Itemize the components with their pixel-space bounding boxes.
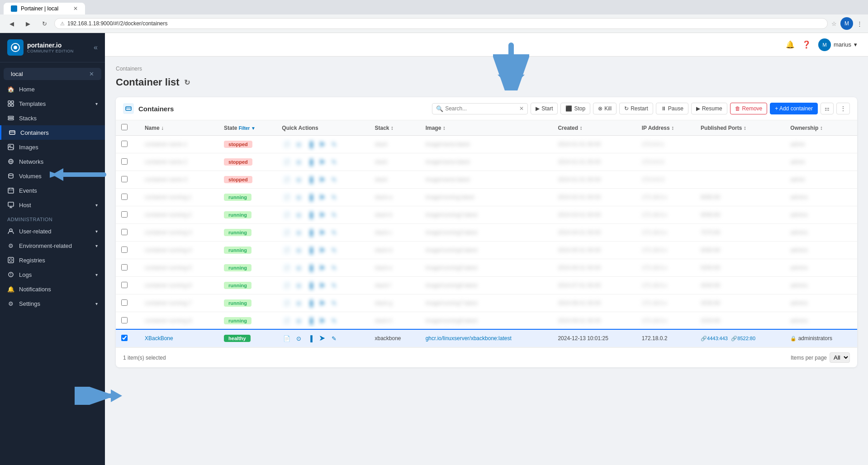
port-link-2[interactable]: 🔗8522:80 (731, 336, 755, 342)
th-ip[interactable]: IP Address ↕ (636, 120, 695, 136)
remove-button[interactable]: 🗑 Remove (730, 103, 768, 114)
sidebar-item-templates-label: Templates (19, 100, 46, 107)
row-ip: 172.0.0.2 (636, 153, 695, 171)
sidebar-item-stacks-label: Stacks (19, 115, 37, 122)
start-button[interactable]: ▶ Start (531, 103, 558, 114)
svg-rect-5 (11, 104, 14, 106)
menu-icon[interactable]: ⋮ (857, 20, 863, 27)
sidebar-item-events[interactable]: Events (0, 183, 105, 198)
sidebar-item-volumes[interactable]: Volumes (0, 169, 105, 183)
help-icon[interactable]: ❓ (802, 40, 811, 49)
address-bar[interactable]: ⚠ 192.168.1.18:9000/#!/2/docker/containe… (54, 18, 828, 29)
qa-stats-icon[interactable]: ▐ (305, 333, 315, 343)
row-created: 2024-06-01 00:00 (552, 259, 636, 277)
selected-row-name[interactable]: XBackBone (139, 330, 218, 347)
pause-button[interactable]: ⏸ Pause (656, 103, 688, 114)
row-ports: 9090:80 (695, 206, 785, 224)
tab-close-button[interactable]: ✕ (73, 5, 78, 12)
sidebar-item-host[interactable]: Host ▾ (0, 198, 105, 212)
sidebar-item-images[interactable]: Images (0, 140, 105, 154)
sidebar-item-registries[interactable]: Registries (0, 253, 105, 267)
back-button[interactable]: ◀ (5, 17, 18, 30)
qa-inspect-icon[interactable]: ⊙ (294, 333, 304, 343)
kill-button[interactable]: ⊗ Kill (593, 103, 617, 114)
restart-button[interactable]: ↻ Restart (619, 103, 653, 114)
row-ip: 172.0.0.1 (636, 136, 695, 153)
sidebar-item-containers[interactable]: Containers (0, 125, 105, 140)
selected-row-checkbox[interactable] (121, 335, 128, 341)
th-image[interactable]: Image ↕ (420, 120, 553, 136)
notification-bell-icon[interactable]: 🔔 (786, 40, 795, 49)
column-settings-button[interactable]: ⚏ (821, 103, 834, 114)
search-box[interactable]: 🔍 ✕ (432, 103, 528, 114)
items-per-page-select[interactable]: All 10 25 50 (830, 352, 850, 363)
browser-tab[interactable]: Portainer | local ✕ (4, 3, 85, 14)
sidebar-item-home[interactable]: 🏠 Home (0, 82, 105, 96)
logo-text: portainer.io COMMUNITY EDITION (27, 42, 74, 53)
profile-icon[interactable]: M (840, 17, 853, 30)
resume-button[interactable]: ▶ Resume (691, 103, 727, 114)
panel-title: Containers (123, 103, 174, 114)
th-ownership[interactable]: Ownership ↕ (785, 120, 857, 136)
sidebar-item-notifications[interactable]: 🔔 Notifications (0, 282, 105, 296)
sidebar-item-user-related[interactable]: User-related ▾ (0, 224, 105, 238)
add-container-button[interactable]: + Add container (770, 103, 818, 114)
th-ports[interactable]: Published Ports ↕ (695, 120, 785, 136)
more-options-button[interactable]: ⋮ (836, 103, 850, 114)
port-link-1[interactable]: 🔗4443:443 (701, 336, 728, 342)
th-name[interactable]: Name ↓ (139, 120, 218, 136)
table-row: container-running-7 running 📄⊙▐⮞✎ stack-… (116, 294, 857, 312)
row-image: image/name:latest (420, 171, 553, 189)
select-all-checkbox[interactable] (121, 124, 128, 130)
th-created[interactable]: Created ↕ (552, 120, 636, 136)
row-created: 2024-03-01 00:00 (552, 206, 636, 224)
row-checkbox-cell[interactable] (116, 242, 139, 259)
user-menu[interactable]: M marius ▾ (818, 38, 857, 51)
row-checkbox-cell[interactable] (116, 171, 139, 189)
search-input[interactable] (445, 105, 517, 112)
sidebar-item-stacks[interactable]: Stacks (0, 111, 105, 125)
svg-rect-3 (11, 101, 14, 103)
container-name-link[interactable]: XBackBone (145, 335, 173, 342)
row-ownership: admin (785, 153, 857, 171)
row-checkbox-cell[interactable] (116, 224, 139, 242)
selected-table-row[interactable]: XBackBone healthy 📄 ⊙ ▐ (116, 330, 857, 347)
table-row: container-name-1 stopped 📄⊙▐⮞✎ stack ima… (116, 136, 857, 153)
row-checkbox-cell[interactable] (116, 277, 139, 294)
restart-icon: ↻ (624, 105, 629, 112)
sidebar-item-networks[interactable]: Networks (0, 154, 105, 169)
env-badge[interactable]: local ✕ (4, 68, 101, 80)
row-checkbox-cell[interactable] (116, 294, 139, 312)
row-checkbox-cell[interactable] (116, 136, 139, 153)
search-clear-icon[interactable]: ✕ (519, 105, 524, 112)
row-ownership: admins (785, 294, 857, 312)
environment-arrow-icon: ▾ (95, 243, 98, 248)
row-checkbox-cell[interactable] (116, 206, 139, 224)
selected-row-checkbox-cell[interactable] (116, 330, 139, 347)
row-checkbox-cell[interactable] (116, 189, 139, 206)
sidebar-item-settings[interactable]: ⚙ Settings ▾ (0, 296, 105, 311)
forward-button[interactable]: ▶ (22, 17, 34, 30)
qa-exec-icon[interactable]: ⮞ (317, 333, 327, 343)
row-ownership: admins (785, 312, 857, 330)
stop-button[interactable]: ⬛ Stop (560, 103, 590, 114)
row-created: 2024-04-01 00:00 (552, 224, 636, 242)
refresh-icon[interactable]: ↻ (184, 78, 190, 87)
row-checkbox-cell[interactable] (116, 259, 139, 277)
env-close-icon[interactable]: ✕ (89, 71, 94, 77)
th-stack[interactable]: Stack ↕ (369, 120, 420, 136)
image-link[interactable]: ghcr.io/linuxserver/xbackbone:latest (426, 335, 512, 342)
sidebar-collapse-button[interactable]: « (94, 43, 98, 52)
qa-logs-icon[interactable]: 📄 (282, 333, 292, 343)
row-quick-actions: 📄⊙▐⮞✎ (276, 153, 369, 171)
qa-edit-icon[interactable]: ✎ (329, 333, 339, 343)
row-quick-actions: 📄⊙▐⮞✎ (276, 206, 369, 224)
sidebar-item-templates[interactable]: Templates ▾ (0, 96, 105, 111)
sidebar-item-logs[interactable]: Logs ▾ (0, 267, 105, 282)
th-state[interactable]: State Filter ▼ (218, 120, 276, 136)
row-checkbox-cell[interactable] (116, 153, 139, 171)
row-checkbox-cell[interactable] (116, 312, 139, 330)
reload-button[interactable]: ↻ (38, 17, 51, 30)
bookmark-icon[interactable]: ☆ (831, 20, 837, 27)
sidebar-item-environment-related[interactable]: ⚙ Environment-related ▾ (0, 238, 105, 253)
